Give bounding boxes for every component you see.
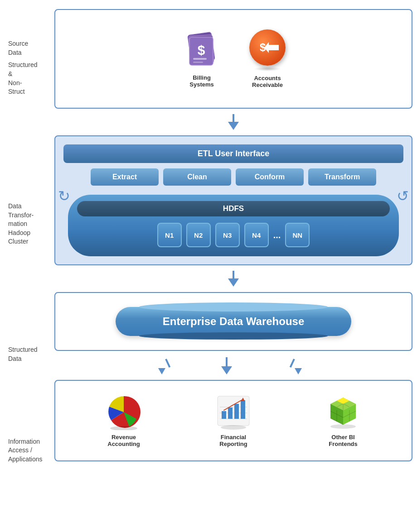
other-bi-item: Other BI Frontends — [325, 394, 361, 447]
financial-reporting-item: Financial Reporting — [215, 394, 252, 447]
pie-chart-icon — [106, 394, 142, 430]
multi-connector — [54, 356, 412, 374]
billing-icon: $ — [181, 30, 222, 71]
left-curve-arrow: ↻ — [58, 187, 70, 205]
svg-point-18 — [221, 425, 246, 430]
revenue-accounting-item: Revenue Accounting — [106, 394, 142, 447]
svg-rect-15 — [234, 404, 239, 419]
info-access-section: Revenue Accounting — [54, 380, 412, 461]
arrow-left — [165, 359, 167, 374]
other-bi-label: Other BI Frontends — [329, 434, 358, 447]
edw-label: Structured Data — [5, 321, 54, 387]
clean-button[interactable]: Clean — [163, 168, 231, 186]
info-access-label: Information Access / Applications — [5, 403, 54, 498]
main-content: $ Billing Systems $ — [54, 9, 412, 523]
svg-rect-5 — [193, 62, 203, 63]
hdfs-label: HDFS — [77, 201, 390, 216]
extract-button[interactable]: Extract — [91, 168, 159, 186]
edw-cylinder: Enterprise Data Warehouse — [116, 307, 351, 336]
accounts-receivable-item: $ Accounts Receivable — [249, 29, 286, 88]
svg-marker-7 — [264, 42, 279, 53]
conform-button[interactable]: Conform — [236, 168, 304, 186]
connector-1 — [54, 114, 412, 130]
node-n4: N4 — [244, 223, 269, 247]
svg-rect-14 — [228, 407, 233, 419]
edw-section: Enterprise Data Warehouse — [54, 292, 412, 351]
source-data-section: $ Billing Systems $ — [54, 9, 412, 109]
cube-icon — [325, 394, 361, 430]
right-curve-arrow: ↻ — [397, 187, 409, 205]
etl-buttons: Extract Clean Conform Transform — [63, 168, 403, 186]
node-nn: NN — [285, 223, 310, 247]
svg-point-8 — [110, 426, 137, 430]
node-n2: N2 — [186, 223, 211, 247]
transform-button[interactable]: Transform — [308, 168, 376, 186]
etl-ui-header: ETL User Interface — [63, 144, 403, 163]
source-data-label: Source Data Structured & Non- Struct — [5, 9, 54, 127]
left-labels: Source Data Structured & Non- Struct Dat… — [5, 9, 54, 523]
svg-rect-16 — [241, 400, 245, 419]
svg-rect-4 — [193, 58, 207, 60]
connector-2 — [54, 271, 412, 287]
node-n3: N3 — [215, 223, 240, 247]
financial-reporting-label: Financial Reporting — [219, 434, 247, 447]
node-dots: ... — [273, 230, 281, 240]
hdfs-nodes: N1 N2 N3 N4 ... NN — [77, 223, 390, 247]
svg-text:$: $ — [198, 43, 205, 58]
revenue-accounting-label: Revenue Accounting — [107, 434, 140, 447]
svg-rect-13 — [222, 411, 226, 419]
hdfs-container: HDFS N1 N2 N3 N4 ... NN — [68, 195, 399, 256]
bar-chart-icon — [215, 394, 252, 430]
etl-label: Data Transfor- mation Hadoop Cluster — [5, 143, 54, 306]
ar-label: Accounts Receivable — [252, 75, 283, 88]
etl-section: ↻ ↻ ETL User Interface Extract Clean Con… — [54, 135, 412, 265]
ar-icon: $ — [249, 29, 286, 71]
billing-label: Billing Systems — [189, 74, 213, 88]
node-n1: N1 — [157, 223, 182, 247]
arrow-center — [221, 357, 232, 374]
billing-systems-item: $ Billing Systems — [181, 30, 222, 88]
arrow-right — [286, 359, 302, 374]
svg-point-31 — [330, 424, 356, 429]
